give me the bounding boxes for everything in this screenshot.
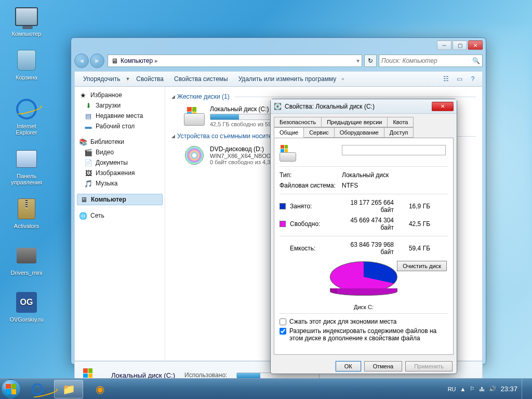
capacity-gb: 59,4 ГБ: [404, 245, 430, 252]
sidebar-documents[interactable]: 📄Документы: [75, 157, 165, 168]
sidebar-favorites[interactable]: ★Избранное: [75, 90, 165, 100]
network-icon: 🌐: [79, 211, 87, 220]
taskbar-ie[interactable]: [23, 380, 52, 398]
type-value: Локальный диск: [342, 171, 389, 179]
drive-icon: 💽: [274, 103, 282, 110]
folder-icon: 📁: [62, 383, 75, 395]
close-button[interactable]: ✕: [432, 102, 454, 111]
used-bytes: 18 177 265 664 байт: [337, 199, 404, 214]
cancel-button[interactable]: Отмена: [364, 361, 402, 371]
properties-titlebar[interactable]: 💽Свойства: Локальный диск (C:) ✕: [271, 99, 457, 114]
sidebar: ★Избранное ⬇Загрузки ▤Недавние места ▬Ра…: [75, 87, 165, 361]
star-icon: ★: [79, 91, 87, 99]
icon-label: Панель управления: [6, 173, 47, 185]
sidebar-libraries[interactable]: 📚Библиотеки: [75, 137, 165, 147]
sidebar-recent[interactable]: ▤Недавние места: [75, 111, 165, 121]
compress-checkbox[interactable]: [280, 318, 286, 325]
tab-security[interactable]: Безопасность: [274, 117, 322, 127]
tab-quota[interactable]: Квота: [387, 117, 414, 127]
pictures-icon: 🖼: [84, 169, 92, 177]
sidebar-videos[interactable]: 🎬Видео: [75, 147, 165, 157]
desktop-icon-ie[interactable]: Internet Explorer: [6, 97, 47, 136]
properties-dialog: 💽Свойства: Локальный диск (C:) ✕ Безопас…: [270, 99, 457, 374]
overflow-icon[interactable]: »: [341, 76, 344, 82]
libraries-icon: 📚: [79, 138, 87, 146]
search-box[interactable]: 🔍: [379, 55, 483, 67]
forward-button[interactable]: ►: [90, 54, 104, 68]
computer-icon: 🖥: [79, 195, 88, 204]
used-label: Занято:: [290, 203, 337, 210]
chevron-down-icon: ▼: [125, 76, 130, 82]
toolbar-uninstall[interactable]: Удалить или изменить программу: [234, 74, 341, 84]
tray-clock[interactable]: 23:37: [500, 385, 517, 393]
tab-panel-general: Тип:Локальный диск Файловая система:NTFS…: [274, 138, 454, 355]
desktop-icon-recycle-bin[interactable]: Корзина: [6, 48, 47, 81]
sidebar-network[interactable]: 🌐Сеть: [75, 210, 165, 221]
start-button[interactable]: [1, 379, 21, 399]
help-icon[interactable]: ?: [468, 74, 478, 84]
tab-tools[interactable]: Сервис: [303, 127, 335, 138]
tray-lang[interactable]: RU: [448, 386, 456, 392]
desktop-icon-control-panel[interactable]: Панель управления: [6, 147, 47, 185]
type-label: Тип:: [280, 171, 342, 179]
maximize-button[interactable]: ▢: [453, 41, 467, 50]
back-button[interactable]: ◄: [74, 54, 89, 68]
desktop-icon-computer[interactable]: Компьютер: [6, 4, 47, 37]
drive-icon: [184, 106, 205, 127]
sidebar-music[interactable]: 🎵Музыка: [75, 178, 165, 189]
minimize-button[interactable]: ─: [437, 41, 451, 50]
dialog-title: Свойства: Локальный диск (C:): [285, 103, 375, 110]
tab-general[interactable]: Общие: [274, 127, 304, 138]
dialog-buttons: ОК Отмена Применить: [271, 358, 457, 375]
view-options-icon[interactable]: ☷: [441, 74, 451, 84]
sidebar-downloads[interactable]: ⬇Загрузки: [75, 100, 165, 111]
icon-label: OVGorskiy.ru: [6, 316, 47, 323]
desktop-icon-drivers-mini[interactable]: Drivers_mini: [6, 243, 47, 276]
close-button[interactable]: ✕: [468, 41, 483, 50]
ok-button[interactable]: ОК: [336, 361, 361, 371]
tray-volume-icon[interactable]: 🔊: [489, 385, 496, 392]
tray-action-center-icon[interactable]: ⚐: [470, 385, 475, 392]
sidebar-desktop[interactable]: ▬Рабочий стол: [75, 121, 165, 131]
tab-hardware[interactable]: Оборудование: [334, 127, 384, 138]
toolbar: Упорядочить▼ Свойства Свойства системы У…: [74, 71, 483, 87]
tray-flag-icon[interactable]: ▲: [460, 386, 466, 392]
sidebar-pictures[interactable]: 🖼Изображения: [75, 168, 165, 178]
tray-network-icon[interactable]: 🖧: [479, 386, 485, 392]
desktop-icon-ovgorskiy[interactable]: OGOVGorskiy.ru: [6, 290, 47, 323]
desktop-icon-activators[interactable]: Activators: [6, 196, 47, 229]
toolbar-properties[interactable]: Свойства: [132, 74, 168, 84]
dvd-icon: [184, 145, 205, 166]
system-tray: RU ▲ ⚐ 🖧 🔊 23:37: [448, 379, 532, 399]
taskbar-media-player[interactable]: ◉: [85, 380, 114, 398]
breadcrumb-item[interactable]: Компьютер: [121, 57, 153, 64]
volume-name-input[interactable]: [342, 145, 446, 155]
tab-sharing[interactable]: Доступ: [384, 127, 414, 138]
show-desktop-button[interactable]: [522, 379, 528, 400]
dropdown-icon[interactable]: ▾: [356, 57, 360, 64]
computer-icon: 🖥: [110, 57, 118, 65]
documents-icon: 📄: [84, 158, 92, 167]
index-label[interactable]: Разрешить индексировать содержимое файло…: [289, 327, 448, 342]
compress-label[interactable]: Сжать этот диск для экономии места: [289, 318, 396, 325]
refresh-button[interactable]: ↻: [364, 55, 377, 67]
address-bar[interactable]: 🖥 Компьютер ▸ ▾: [108, 55, 362, 67]
tab-previous-versions[interactable]: Предыдущие версии: [321, 117, 388, 127]
toolbar-system-properties[interactable]: Свойства системы: [170, 74, 232, 84]
collapse-icon[interactable]: ◢: [171, 134, 175, 139]
filesystem-label: Файловая система:: [280, 182, 342, 189]
search-input[interactable]: [381, 57, 472, 64]
sidebar-computer[interactable]: 🖥Компьютер: [77, 194, 163, 205]
free-label: Свободно:: [290, 220, 337, 228]
free-gb: 42,5 ГБ: [404, 220, 430, 228]
disk-cleanup-button[interactable]: Очистить диск: [397, 261, 447, 271]
downloads-icon: ⬇: [84, 101, 92, 110]
preview-pane-icon[interactable]: ▭: [454, 74, 464, 84]
icon-label: Drivers_mini: [6, 270, 47, 276]
index-checkbox[interactable]: [280, 328, 286, 335]
taskbar-explorer[interactable]: 📁: [54, 380, 83, 398]
apply-button[interactable]: Применить: [405, 361, 453, 371]
collapse-icon[interactable]: ◢: [171, 94, 175, 99]
explorer-titlebar[interactable]: ─ ▢ ✕: [71, 38, 486, 52]
toolbar-organize[interactable]: Упорядочить: [79, 74, 124, 84]
